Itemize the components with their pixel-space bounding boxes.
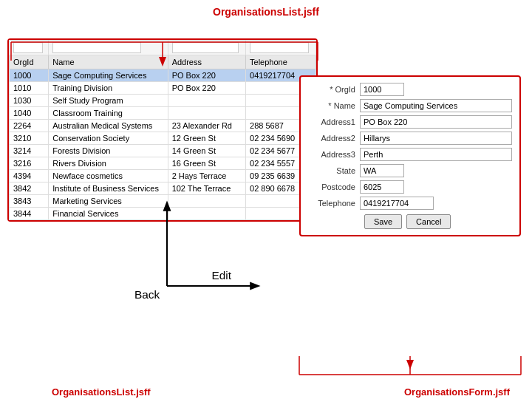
table-row[interactable]: 3210Conservation Society12 Green St02 23… — [10, 132, 316, 145]
table-row[interactable]: 1040Classroom Training — [10, 107, 316, 120]
state-input[interactable] — [360, 164, 404, 177]
filter-orgid[interactable] — [13, 42, 43, 53]
cell-orgid: 3842 — [10, 183, 49, 195]
col-address: Address — [168, 55, 245, 69]
cell-orgid: 1000 — [10, 69, 49, 82]
cell-address: 12 Green St — [168, 132, 245, 145]
postcode-input[interactable] — [360, 180, 404, 194]
table-header-row: OrgId Name Address Telephone — [10, 55, 316, 69]
address1-input[interactable] — [360, 115, 512, 129]
address2-input[interactable] — [360, 132, 512, 145]
cancel-button[interactable]: Cancel — [406, 214, 451, 229]
state-label: State — [308, 166, 360, 175]
table-row[interactable]: 3216Rivers Division16 Green St02 234 555… — [10, 157, 316, 170]
cell-name: Newface cosmetics — [49, 170, 168, 183]
filter-telephone[interactable] — [250, 42, 309, 53]
cell-name: Rivers Division — [49, 157, 168, 170]
form-row-state: State — [308, 164, 512, 177]
cell-address — [168, 107, 245, 120]
form-bottom-label: OrganisationsForm.jsff — [404, 386, 510, 398]
telephone-label: Telephone — [308, 199, 360, 208]
orgid-label: * OrgId — [308, 85, 360, 94]
col-name: Name — [49, 55, 168, 69]
form-row-address2: Address2 — [308, 132, 512, 145]
cell-orgid: 3210 — [10, 132, 49, 145]
table-row[interactable]: 1030Self Study Program — [10, 95, 316, 107]
cell-name: Conservation Society — [49, 132, 168, 145]
svg-text:Edit: Edit — [212, 269, 232, 282]
address3-label: Address3 — [308, 150, 360, 159]
cell-name: Self Study Program — [49, 95, 168, 107]
cell-orgid: 3214 — [10, 145, 49, 157]
form-row-name: * Name — [308, 99, 512, 112]
postcode-label: Postcode — [308, 183, 360, 191]
form-buttons: Save Cancel — [308, 214, 512, 229]
table-row[interactable]: 4394Newface cosmetics2 Hays Terrace09 23… — [10, 170, 316, 183]
save-button[interactable]: Save — [364, 214, 402, 229]
cell-address: PO Box 220 — [168, 82, 245, 95]
cell-name: Forests Division — [49, 145, 168, 157]
table-row[interactable]: 2264Australian Medical Systems23 Alexand… — [10, 120, 316, 132]
svg-marker-15 — [406, 360, 414, 369]
svg-marker-1 — [163, 201, 171, 211]
form-row-postcode: Postcode — [308, 180, 512, 194]
filter-name[interactable] — [52, 42, 141, 53]
name-input[interactable] — [360, 99, 512, 112]
cell-address: 14 Green St — [168, 145, 245, 157]
form-row-telephone: Telephone — [308, 197, 512, 210]
cell-address — [168, 95, 245, 107]
form-panel: * OrgId * Name Address1 Address2 Address… — [299, 75, 521, 236]
cell-address: 16 Green St — [168, 157, 245, 170]
cell-orgid: 1030 — [10, 95, 49, 107]
address1-label: Address1 — [308, 117, 360, 126]
cell-address: 23 Alexander Rd — [168, 120, 245, 132]
arrow-diagram: Back Edit — [118, 186, 281, 304]
svg-marker-3 — [250, 282, 260, 290]
address3-input[interactable] — [360, 148, 512, 161]
table-row[interactable]: 1000Sage Computing ServicesPO Box 220041… — [10, 69, 316, 82]
cell-name: Australian Medical Systems — [49, 120, 168, 132]
table-row[interactable]: 3214Forests Division14 Green St02 234 56… — [10, 145, 316, 157]
table-row[interactable]: 1010Training DivisionPO Box 220 — [10, 82, 316, 95]
telephone-input[interactable] — [360, 197, 434, 210]
form-row-orgid: * OrgId — [308, 83, 512, 96]
cell-orgid: 3844 — [10, 208, 49, 220]
col-orgid: OrgId — [10, 55, 49, 69]
cell-address: 2 Hays Terrace — [168, 170, 245, 183]
col-telephone: Telephone — [246, 55, 316, 69]
filter-row — [10, 41, 316, 55]
list-bottom-label: OrganisationsList.jsff — [52, 386, 151, 398]
cell-orgid: 3216 — [10, 157, 49, 170]
form-row-address1: Address1 — [308, 115, 512, 129]
address2-label: Address2 — [308, 134, 360, 143]
cell-name: Sage Computing Services — [49, 69, 168, 82]
form-row-address3: Address3 — [308, 148, 512, 161]
cell-name: Classroom Training — [49, 107, 168, 120]
page-title: OrganisationsList.jsff — [0, 6, 532, 18]
name-label: * Name — [308, 101, 360, 110]
cell-orgid: 3843 — [10, 195, 49, 208]
cell-orgid: 4394 — [10, 170, 49, 183]
svg-text:Back: Back — [134, 288, 160, 301]
cell-orgid: 1040 — [10, 107, 49, 120]
orgid-input[interactable] — [360, 83, 404, 96]
filter-address[interactable] — [172, 42, 239, 53]
cell-name: Training Division — [49, 82, 168, 95]
cell-orgid: 1010 — [10, 82, 49, 95]
cell-address: PO Box 220 — [168, 69, 245, 82]
cell-orgid: 2264 — [10, 120, 49, 132]
